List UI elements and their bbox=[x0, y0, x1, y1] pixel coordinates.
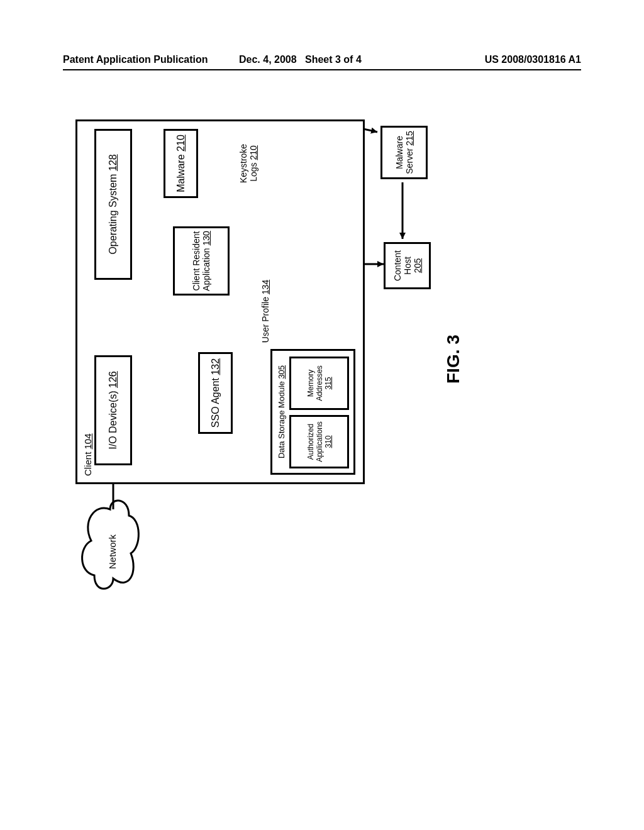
malware-server-box: Malware Server 215 bbox=[380, 126, 428, 179]
figure-label: FIG. 3 bbox=[443, 335, 464, 384]
operating-system-box: Operating System 128 bbox=[94, 129, 132, 280]
io-devices-box: I/O Device(s) 126 bbox=[94, 355, 132, 465]
authorized-apps-box: Authorized Applications 310 bbox=[289, 415, 349, 468]
client-resident-app-box: Client Resident Application 130 bbox=[173, 226, 230, 296]
page-header: Patent Application Publication Dec. 4, 2… bbox=[63, 54, 581, 70]
malware-box: Malware 210 bbox=[164, 129, 198, 198]
keystroke-logs-doc: Keystroke Logs 210 bbox=[233, 132, 264, 195]
hdr-left: Patent Application Publication bbox=[63, 54, 208, 65]
user-profile-doc: User Profile 134 bbox=[253, 277, 278, 346]
network-label: Network bbox=[107, 534, 118, 569]
hdr-mid: Dec. 4, 2008 Sheet 3 of 4 bbox=[239, 54, 362, 65]
content-host-box: Content Host 205 bbox=[384, 242, 431, 289]
memory-addresses-box: Memory Addresses 315 bbox=[289, 357, 349, 410]
hdr-right: US 2008/0301816 A1 bbox=[485, 54, 581, 65]
client-label: Client 104 bbox=[80, 433, 93, 480]
sso-agent-box: SSO Agent 132 bbox=[198, 352, 233, 434]
